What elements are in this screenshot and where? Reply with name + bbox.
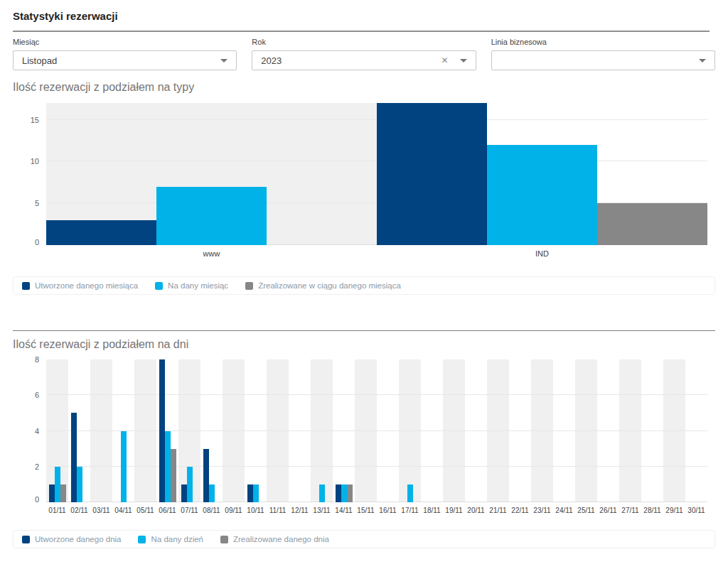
x-axis-category-label: 21/11 — [487, 507, 509, 514]
x-axis-category-label: 19/11 — [443, 507, 465, 514]
x-axis-category-label: 29/11 — [663, 507, 685, 514]
x-axis-category-label: 03/11 — [90, 507, 112, 514]
x-axis-category-label: 16/11 — [377, 507, 399, 514]
legend-label: Na dany dzień — [151, 535, 203, 543]
x-axis-category-label: 15/11 — [355, 507, 377, 514]
legend-item[interactable]: Zrealizowane w ciągu danego miesiąca — [245, 281, 401, 290]
bar-segment[interactable] — [159, 359, 165, 502]
business-line-select[interactable] — [491, 50, 715, 70]
bar-group — [575, 359, 597, 502]
business-line-label: Linia biznesowa — [491, 38, 715, 46]
chart-types-section: Ilość rezerwacji z podziałem na typy 051… — [13, 81, 715, 295]
x-axis-category-label: 28/11 — [641, 507, 663, 514]
filter-month: Miesiąc Listopad — [13, 38, 237, 70]
y-axis-tick-label: 15 — [18, 116, 46, 124]
x-axis-category-label: 27/11 — [619, 507, 641, 514]
bar-segment[interactable] — [121, 431, 127, 503]
bar-group — [443, 359, 465, 502]
chevron-down-icon[interactable] — [460, 59, 467, 63]
bar-group — [46, 359, 68, 502]
bar-group — [685, 359, 707, 502]
bar-segment[interactable] — [77, 467, 82, 502]
x-axis-category-label: 24/11 — [553, 507, 575, 514]
bar-segment[interactable] — [253, 484, 259, 502]
bar-segment[interactable] — [247, 484, 253, 502]
legend-item[interactable]: Zrealizowane danego dnia — [220, 535, 329, 543]
bar-group — [597, 359, 619, 502]
bar-segment[interactable] — [71, 413, 77, 502]
section-divider — [13, 330, 715, 331]
year-select[interactable]: 2023 ✕ — [252, 50, 476, 70]
bar-segment[interactable] — [319, 484, 325, 502]
bar-segment[interactable] — [209, 484, 215, 502]
legend-item[interactable]: Utworzone danego dnia — [22, 535, 121, 543]
y-axis-tick-label: 4 — [18, 427, 46, 435]
y-axis-tick-label: 0 — [18, 238, 46, 247]
bar-segment[interactable] — [181, 484, 187, 502]
x-axis-category-label: 26/11 — [597, 507, 619, 514]
bar-segment[interactable] — [347, 484, 353, 502]
y-axis-tick-label: 10 — [18, 157, 46, 166]
clear-icon[interactable]: ✕ — [441, 56, 449, 65]
bar-group — [156, 359, 178, 502]
chart-types-title: Ilość rezerwacji z podziałem na typy — [13, 81, 715, 94]
legend-item[interactable]: Utworzone danego miesiąca — [22, 281, 138, 290]
bar-segment[interactable] — [49, 484, 55, 502]
legend-swatch — [245, 282, 253, 290]
bar-segment[interactable] — [156, 187, 267, 245]
bar-group — [487, 359, 509, 502]
year-label: Rok — [252, 38, 476, 46]
legend-item[interactable]: Na dany dzień — [138, 535, 203, 543]
bar-group — [90, 359, 112, 502]
chart-days-section: Ilość rezerwacji z podziałem na dni 0246… — [13, 338, 715, 548]
bar-segment[interactable] — [165, 431, 171, 503]
bar-group — [509, 359, 531, 502]
bar-segment[interactable] — [187, 467, 193, 502]
chevron-down-icon[interactable] — [220, 59, 228, 63]
bar-group — [641, 359, 663, 502]
bar-segment[interactable] — [597, 203, 707, 245]
bar-group — [619, 359, 641, 502]
x-axis-category-label: 22/11 — [509, 507, 531, 514]
bar-segment[interactable] — [336, 484, 341, 502]
bar-segment[interactable] — [203, 449, 209, 502]
bar-segment[interactable] — [487, 145, 597, 245]
y-axis-tick-label: 2 — [18, 462, 46, 471]
bar-group — [377, 359, 399, 502]
bar-group — [68, 359, 90, 502]
bar-group — [333, 359, 355, 502]
bar-group — [421, 359, 443, 502]
x-axis-category-label: 09/11 — [223, 507, 245, 514]
chart-days-title: Ilość rezerwacji z podziałem na dni — [13, 338, 715, 351]
bar-group — [46, 103, 377, 245]
bar-group — [267, 359, 289, 502]
legend-swatch — [22, 536, 30, 543]
x-axis-category-label: 08/11 — [200, 507, 223, 514]
x-axis-category-label: 11/11 — [267, 507, 289, 514]
x-axis-category-label: 07/11 — [178, 507, 200, 514]
bar-group — [311, 359, 333, 502]
bar-segment[interactable] — [341, 484, 347, 502]
legend-label: Zrealizowane w ciągu danego miesiąca — [258, 281, 401, 290]
bar-group — [200, 359, 223, 502]
bar-segment[interactable] — [46, 220, 156, 245]
legend-swatch — [220, 536, 228, 543]
types-x-axis-labels: wwwIND — [46, 249, 707, 258]
legend-item[interactable]: Na dany miesiąc — [155, 281, 228, 290]
x-axis-category-label: 17/11 — [399, 507, 421, 514]
bar-segment[interactable] — [60, 484, 66, 502]
x-axis-category-label: 30/11 — [685, 507, 707, 514]
bar-segment[interactable] — [407, 484, 413, 502]
title-divider — [13, 31, 710, 32]
bar-segment[interactable] — [377, 103, 487, 245]
y-axis-tick-label: 6 — [18, 391, 46, 399]
y-axis-tick-label: 0 — [18, 495, 46, 504]
bar-segment[interactable] — [55, 467, 60, 502]
bar-segment[interactable] — [171, 449, 176, 502]
chevron-down-icon[interactable] — [699, 59, 706, 63]
legend-swatch — [155, 282, 163, 290]
month-select[interactable]: Listopad — [13, 50, 237, 70]
y-axis-tick-label: 8 — [18, 355, 46, 364]
x-axis-category-label: 12/11 — [289, 507, 311, 514]
x-axis-category-label: 20/11 — [465, 507, 487, 514]
